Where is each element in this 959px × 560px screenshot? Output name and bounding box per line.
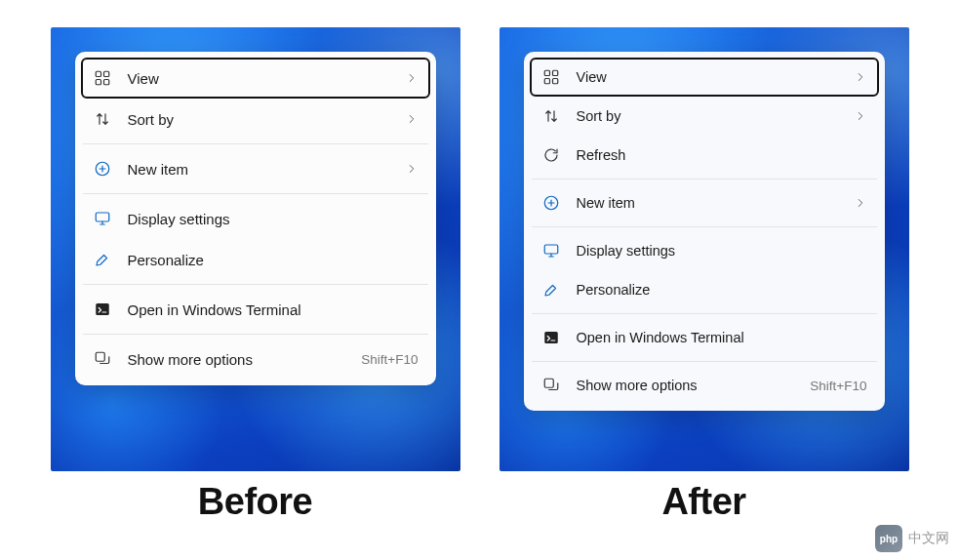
refresh-icon: [541, 145, 561, 165]
menu-item-sort[interactable]: Sort by: [81, 99, 430, 140]
menu-item-label: Display settings: [128, 211, 419, 227]
svg-rect-9: [552, 70, 557, 75]
menu-divider: [83, 334, 428, 335]
menu-item-label: New item: [128, 161, 405, 178]
context-menu-before: ViewSort byNew itemDisplay settingsPerso…: [75, 52, 436, 385]
menu-item-label: Personalize: [577, 282, 867, 298]
menu-divider: [83, 193, 428, 194]
svg-rect-7: [96, 352, 104, 361]
menu-item-label: Sort by: [577, 108, 854, 124]
svg-rect-15: [544, 379, 553, 387]
chevron-right-icon: [405, 71, 419, 85]
menu-item-label: Show more options: [128, 351, 362, 368]
context-menu-after: ViewSort byRefreshNew itemDisplay settin…: [524, 52, 885, 411]
menu-item-terminal[interactable]: Open in Windows Terminal: [530, 318, 879, 357]
watermark-text: 中文网: [908, 530, 949, 547]
svg-rect-10: [544, 79, 549, 84]
menu-item-label: New item: [577, 195, 854, 211]
svg-rect-14: [544, 332, 558, 343]
comparison-row: ViewSort byNew itemDisplay settingsPerso…: [0, 0, 959, 471]
menu-divider: [532, 179, 877, 180]
menu-item-label: View: [128, 70, 405, 87]
menu-item-new[interactable]: New item: [81, 148, 430, 189]
menu-divider: [83, 284, 428, 285]
menu-item-view[interactable]: View: [530, 58, 879, 97]
menu-divider: [83, 143, 428, 144]
menu-item-more[interactable]: Show more optionsShift+F10: [530, 366, 879, 405]
menu-item-label: Open in Windows Terminal: [128, 301, 419, 318]
plus-circle-icon: [93, 159, 112, 179]
chevron-right-icon: [405, 112, 419, 126]
watermark-logo: php: [875, 525, 902, 552]
sort-icon: [541, 106, 561, 126]
brush-icon: [93, 250, 112, 269]
captions-row: Before After: [0, 471, 959, 523]
before-panel: ViewSort byNew itemDisplay settingsPerso…: [51, 27, 460, 471]
menu-item-display[interactable]: Display settings: [530, 231, 879, 270]
svg-rect-1: [103, 71, 108, 76]
more-options-icon: [541, 376, 561, 395]
svg-rect-5: [96, 213, 109, 221]
after-panel: ViewSort byRefreshNew itemDisplay settin…: [499, 27, 909, 471]
terminal-icon: [93, 300, 112, 319]
menu-item-shortcut: Shift+F10: [810, 379, 866, 393]
menu-item-sort[interactable]: Sort by: [530, 97, 879, 136]
chevron-right-icon: [854, 109, 867, 123]
menu-item-label: Display settings: [577, 243, 867, 259]
menu-item-label: Personalize: [128, 252, 419, 268]
chevron-right-icon: [854, 70, 867, 84]
chevron-right-icon: [405, 162, 419, 176]
sort-icon: [93, 109, 112, 129]
menu-item-terminal[interactable]: Open in Windows Terminal: [81, 289, 430, 330]
menu-item-view[interactable]: View: [81, 58, 430, 99]
grid-icon: [541, 67, 561, 87]
caption-before: Before: [51, 481, 460, 523]
display-icon: [93, 209, 112, 228]
grid-icon: [93, 68, 112, 88]
chevron-right-icon: [854, 196, 867, 210]
menu-item-label: Show more options: [577, 378, 811, 393]
svg-rect-13: [544, 245, 558, 254]
menu-divider: [532, 361, 877, 362]
menu-item-new[interactable]: New item: [530, 183, 879, 222]
svg-rect-0: [96, 71, 100, 76]
menu-item-label: View: [577, 69, 854, 85]
brush-icon: [541, 280, 561, 300]
menu-item-label: Open in Windows Terminal: [577, 330, 867, 345]
menu-item-shortcut: Shift+F10: [361, 352, 418, 367]
svg-rect-3: [103, 80, 108, 85]
menu-item-label: Sort by: [128, 111, 405, 128]
plus-circle-icon: [541, 193, 561, 213]
svg-rect-6: [96, 303, 109, 315]
watermark: php 中文网: [875, 525, 949, 552]
more-options-icon: [93, 349, 112, 369]
svg-rect-11: [552, 79, 557, 84]
menu-divider: [532, 313, 877, 314]
menu-item-display[interactable]: Display settings: [81, 198, 430, 239]
display-icon: [541, 241, 561, 260]
menu-item-label: Refresh: [577, 147, 867, 163]
menu-item-personalize[interactable]: Personalize: [81, 239, 430, 280]
menu-item-personalize[interactable]: Personalize: [530, 270, 879, 309]
menu-item-refresh[interactable]: Refresh: [530, 136, 879, 175]
svg-rect-8: [544, 70, 549, 75]
menu-divider: [532, 226, 877, 227]
menu-item-more[interactable]: Show more optionsShift+F10: [81, 339, 430, 380]
terminal-icon: [541, 328, 561, 347]
caption-after: After: [499, 481, 909, 523]
svg-rect-2: [96, 80, 100, 85]
